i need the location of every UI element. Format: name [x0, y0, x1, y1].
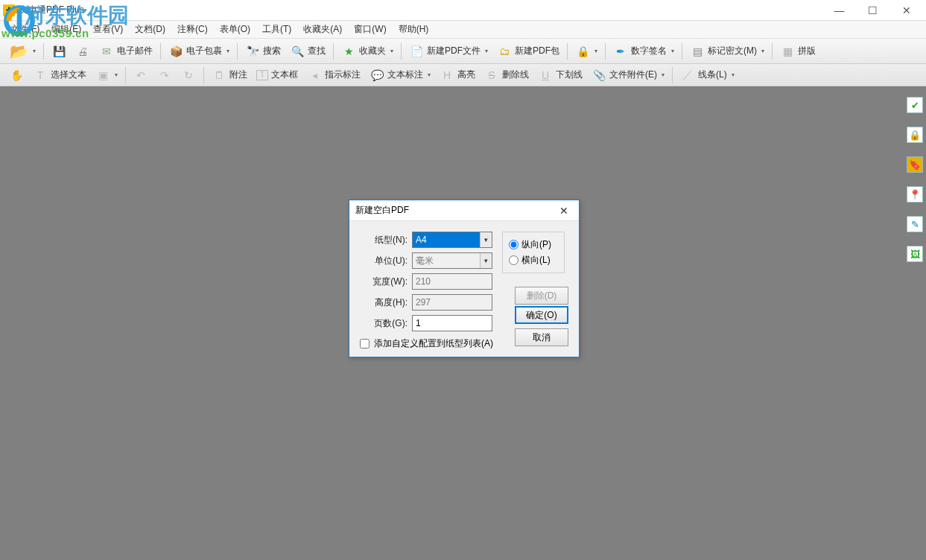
cancel-button[interactable]: 取消 [515, 328, 568, 346]
highlight-icon: H [440, 68, 454, 83]
menubar: 文件(F) 编辑(E) 查看(V) 文档(D) 注释(C) 表单(O) 工具(T… [0, 21, 926, 39]
landscape-radio[interactable] [509, 255, 519, 265]
hand-icon: ✋ [9, 68, 24, 83]
menu-help[interactable]: 帮助(H) [393, 22, 435, 37]
line-tool[interactable]: ／线条(L)▾ [676, 66, 739, 85]
find-button[interactable]: 🔍查找 [285, 42, 330, 61]
search-button[interactable]: 🔭搜索 [241, 42, 285, 61]
portrait-label: 纵向(P) [521, 238, 551, 251]
marksecret-button[interactable]: ▤标记密文(M)▾ [685, 42, 769, 61]
maximize-button[interactable]: ☐ [856, 0, 889, 21]
text-callout-label: 文本标注 [387, 69, 423, 81]
text-callout-tool[interactable]: 💬文本标注▾ [365, 66, 435, 85]
undo-icon: ↶ [133, 68, 148, 83]
paper-dropdown-button[interactable]: ▾ [480, 232, 492, 247]
callout-tool[interactable]: ◂指示标注 [302, 66, 365, 85]
pages-field[interactable] [412, 315, 492, 331]
new-package-icon: 🗂 [497, 44, 512, 59]
paperclip-icon: 📎 [592, 68, 606, 83]
fileattach-tool[interactable]: 📎文件附件(E)▾ [587, 66, 669, 85]
open-button[interactable]: 📂▾ [4, 42, 40, 61]
epackage-button[interactable]: 📦电子包裹▾ [164, 42, 234, 61]
note-tool[interactable]: 🗒附注 [207, 66, 252, 85]
menu-annotate[interactable]: 注释(C) [171, 22, 214, 37]
redo-button[interactable]: ↷ [153, 66, 177, 85]
menu-favorite[interactable]: 收藏夹(A) [297, 22, 348, 37]
side-panel: ✔ 🔒 🔖 📍 ✎ 🖼 [905, 97, 925, 262]
menu-edit[interactable]: 编辑(E) [45, 22, 87, 37]
close-button[interactable]: ✕ [889, 0, 923, 21]
redo2-icon: ↻ [181, 68, 196, 83]
underline-tool[interactable]: U下划线 [533, 66, 587, 85]
unit-dropdown-button[interactable]: ▾ [480, 253, 492, 268]
note-label: 附注 [229, 69, 247, 81]
hand-tool[interactable]: ✋ [4, 66, 28, 85]
dialog-close-button[interactable]: ✕ [555, 203, 573, 218]
side-image-icon[interactable]: 🖼 [907, 246, 923, 262]
line-label: 线条(L) [698, 69, 727, 81]
lock-icon: 🔒 [575, 44, 590, 59]
ok-button[interactable]: 确定(O) [515, 306, 568, 324]
unit-combo[interactable]: ▾ [412, 252, 492, 269]
encrypt-button[interactable]: 🔒▾ [571, 42, 602, 61]
newpdf-pkg-label: 新建PDF包 [515, 45, 559, 57]
add-custom-checkbox[interactable] [360, 339, 370, 349]
highlight-tool[interactable]: H高亮 [435, 66, 480, 85]
strike-tool[interactable]: S删除线 [480, 66, 533, 85]
snapshot-tool[interactable]: ▣▾ [91, 66, 122, 85]
svg-rect-1 [17, 10, 22, 33]
select-text-tool[interactable]: T选择文本 [28, 66, 91, 85]
add-custom-label: 添加自定义配置到纸型列表(A) [374, 337, 493, 350]
side-secure-icon[interactable]: 🔒 [907, 127, 923, 143]
height-field [412, 294, 492, 311]
paper-label: 纸型(N): [360, 234, 412, 246]
side-edit-icon[interactable]: ✎ [907, 216, 923, 232]
titlebar: ✚ 文电通PDF Plus — ☐ ✕ [0, 0, 926, 21]
unit-label: 单位(U): [360, 255, 412, 267]
height-label: 高度(H): [360, 296, 412, 309]
watermark-logo [3, 4, 36, 37]
package-lock-icon: 📦 [168, 44, 183, 59]
redo2-button[interactable]: ↻ [177, 66, 200, 85]
print-button[interactable]: 🖨 [71, 42, 95, 61]
note-icon: 🗒 [212, 68, 226, 83]
find-icon: 🔍 [290, 44, 305, 59]
save-button[interactable]: 💾 [47, 42, 71, 61]
newpdf-file-label: 新建PDF文件 [427, 45, 481, 57]
undo-button[interactable]: ↶ [129, 66, 153, 85]
select-text-label: 选择文本 [51, 69, 86, 81]
camera-icon: ▣ [95, 68, 110, 83]
menu-document[interactable]: 文档(D) [129, 22, 171, 37]
find-label: 查找 [308, 45, 326, 57]
favorite-button[interactable]: ★收藏夹▾ [337, 42, 398, 61]
menu-window[interactable]: 窗口(W) [348, 22, 392, 37]
dialog-title: 新建空白PDF [355, 204, 409, 217]
digisign-button[interactable]: ✒数字签名▾ [609, 42, 679, 61]
menu-form[interactable]: 表单(O) [214, 22, 256, 37]
width-label: 宽度(W): [360, 276, 412, 288]
newpdf-file-button[interactable]: 📄新建PDF文件▾ [405, 42, 492, 61]
textbox-tool[interactable]: T文本框 [252, 66, 302, 85]
new-file-icon: 📄 [409, 44, 424, 59]
paper-combo[interactable]: ▾ [412, 232, 492, 248]
folder-open-icon: 📂 [9, 42, 28, 61]
line-icon: ／ [680, 68, 695, 83]
strike-icon: S [484, 68, 499, 83]
landscape-label: 横向(L) [521, 254, 551, 267]
minimize-button[interactable]: — [822, 0, 856, 21]
side-bookmark-icon[interactable]: 🔖 [907, 156, 923, 173]
newpdf-pkg-button[interactable]: 🗂新建PDF包 [492, 42, 564, 61]
menu-tool[interactable]: 工具(T) [256, 22, 297, 37]
epackage-label: 电子包裹 [186, 45, 222, 57]
email-button[interactable]: ✉电子邮件 [95, 42, 157, 61]
underline-icon: U [538, 68, 553, 83]
tile-button[interactable]: ▦拼版 [776, 42, 820, 61]
portrait-radio[interactable] [509, 240, 519, 249]
side-stamp-icon[interactable]: 📍 [907, 186, 923, 203]
side-sign-icon[interactable]: ✔ [907, 97, 923, 113]
window-title: 文电通PDF Plus [19, 4, 822, 16]
menu-view[interactable]: 查看(V) [87, 22, 129, 37]
print-icon: 🖨 [75, 44, 90, 59]
delete-button: 删除(D) [515, 287, 568, 305]
digisign-label: 数字签名 [631, 45, 667, 57]
